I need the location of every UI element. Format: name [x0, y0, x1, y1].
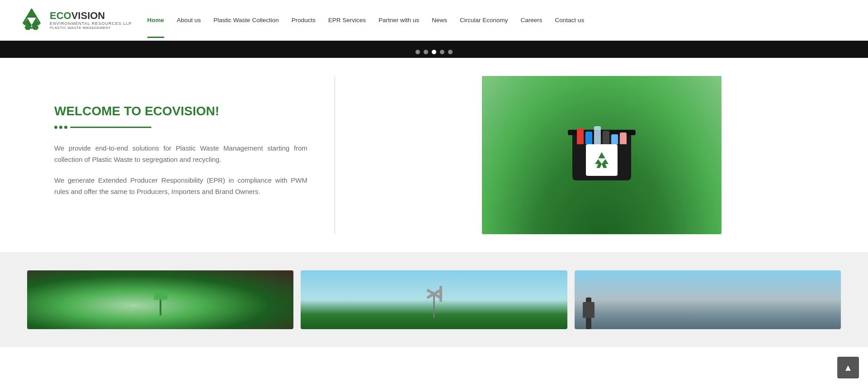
card-street: [575, 270, 841, 329]
main-content: WELCOME TO ECOVISION! We provide end-to-…: [0, 58, 868, 252]
main-nav: Home About us Plastic Waste Collection P…: [132, 2, 850, 38]
paragraph-2: We generate Extended Producer Responsibi…: [54, 175, 307, 198]
bottle-clear: [594, 126, 601, 144]
svg-rect-0: [589, 147, 615, 173]
bottles: [572, 122, 631, 144]
nav-epr[interactable]: EPR Services: [322, 2, 372, 38]
hero-banner: [0, 41, 868, 46]
nav-news[interactable]: News: [425, 2, 453, 38]
nav-plastic[interactable]: Plastic Waste Collection: [207, 2, 285, 38]
logo-sub2: PLASTIC WASTE MANAGEMENT: [50, 26, 132, 30]
carousel-dot-3[interactable]: [432, 50, 436, 54]
carousel-dot-2[interactable]: [424, 50, 428, 54]
nav-products[interactable]: Products: [285, 2, 322, 38]
recycle-symbol: [586, 144, 618, 176]
bottle-blue: [585, 132, 592, 144]
green-dot-2: [59, 126, 62, 129]
green-dots: [54, 126, 67, 129]
recycle-basket: [568, 130, 636, 180]
logo-sub1: ENVIRONMENTAL RESOURCES LLP: [50, 21, 132, 26]
card-wind: [301, 270, 567, 329]
green-dot-3: [64, 126, 67, 129]
logo-text: ECOVISION ENVIRONMENTAL RESOURCES LLP PL…: [50, 10, 132, 30]
left-content: WELCOME TO ECOVISION! We provide end-to-…: [54, 76, 335, 234]
carousel-dots: [0, 46, 868, 58]
logo[interactable]: ECOVISION ENVIRONMENTAL RESOURCES LLP PL…: [18, 7, 132, 34]
carousel-dot-5[interactable]: [448, 50, 453, 54]
nav-contact[interactable]: Contact us: [549, 2, 591, 38]
title-decoration: [54, 126, 307, 129]
right-image-area: [335, 76, 841, 234]
nav-circular[interactable]: Circular Economy: [453, 2, 514, 38]
bottle-red: [577, 128, 584, 144]
green-underline: [70, 127, 151, 128]
bottle-red2: [620, 132, 627, 144]
green-dot-1: [54, 126, 57, 129]
bottle-dark: [603, 131, 609, 144]
logo-icon: [18, 7, 45, 34]
nav-about[interactable]: About us: [170, 2, 207, 38]
card-nature-bg: [27, 270, 293, 329]
card-wind-bg: [301, 270, 567, 329]
bottom-cards: [0, 252, 868, 347]
welcome-title: WELCOME TO ECOVISION!: [54, 104, 307, 118]
basket-body: [572, 135, 631, 180]
card-street-bg: [575, 270, 841, 329]
nav-partner[interactable]: Partner with us: [372, 2, 425, 38]
header: ECOVISION ENVIRONMENTAL RESOURCES LLP PL…: [0, 0, 868, 41]
carousel-dot-1[interactable]: [415, 50, 420, 54]
paragraph-1: We provide end-to-end solutions for Plas…: [54, 142, 307, 165]
hero-image: [482, 76, 722, 234]
card-nature: [27, 270, 293, 329]
carousel-dot-4[interactable]: [440, 50, 444, 54]
nav-home[interactable]: Home: [141, 2, 171, 38]
bottle-ltblue: [611, 134, 618, 144]
nav-careers[interactable]: Careers: [514, 2, 549, 38]
logo-brand: ECOVISION: [50, 10, 132, 21]
